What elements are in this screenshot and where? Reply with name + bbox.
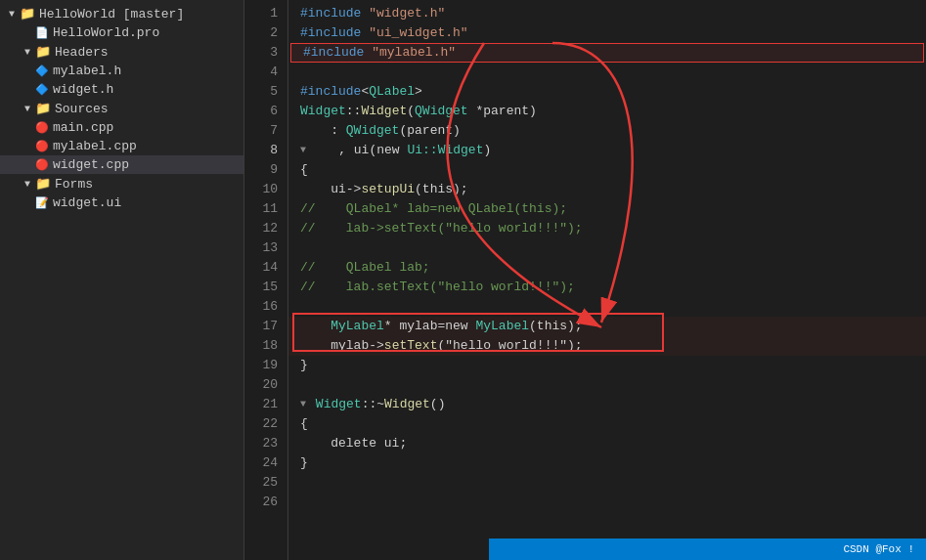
widget-h-label: widget.h (53, 82, 243, 97)
cpp-file-icon-1: 🔴 (35, 121, 49, 134)
ln-6: 6 (244, 102, 287, 121)
headers-folder-icon: 📁 (35, 44, 51, 60)
sidebar: ▼ 📁 HelloWorld [master] 📄 HelloWorld.pro… (0, 0, 244, 560)
ln-21: 21 (244, 395, 287, 414)
code-line-16 (288, 297, 926, 317)
ln-2: 2 (244, 23, 287, 43)
code-line-8: ▼ , ui(new Ui::Widget) (288, 141, 926, 160)
code-line-23: delete ui; (288, 434, 926, 453)
h-file-icon-1: 🔷 (35, 65, 49, 77)
tree-item-headers[interactable]: ▼ 📁 Headers (0, 42, 243, 62)
code-line-26 (288, 493, 926, 512)
code-line-5: #include<QLabel> (288, 82, 926, 102)
ln-20: 20 (244, 375, 287, 395)
forms-label: Forms (55, 177, 243, 192)
tree-item-widget-ui[interactable]: 📝 widget.ui (0, 194, 243, 212)
ln-4: 4 (244, 63, 287, 82)
cpp-file-icon-2: 🔴 (35, 140, 49, 152)
ln-5: 5 (244, 82, 287, 102)
code-line-18: mylab->setText("hello world!!!"); (288, 336, 926, 356)
tree-item-pro[interactable]: 📄 HelloWorld.pro (0, 23, 243, 42)
ln-14: 14 (244, 258, 287, 278)
ln-22: 22 (244, 414, 287, 434)
sources-folder-icon: 📁 (35, 101, 51, 116)
code-line-7: : QWidget(parent) (288, 121, 926, 141)
expand-arrow-headers: ▼ (20, 47, 35, 58)
ln-13: 13 (244, 238, 287, 258)
code-line-25 (288, 473, 926, 493)
tree-item-mylabel-h[interactable]: 🔷 mylabel.h (0, 62, 243, 80)
sources-label: Sources (55, 102, 243, 116)
ln-17: 17 (244, 317, 287, 336)
code-area: 1 2 3 4 5 6 7 8 9 10 11 12 13 14 15 16 1… (244, 0, 926, 560)
code-line-10: ui->setupUi(this); (288, 180, 926, 199)
code-line-22: { (288, 414, 926, 434)
fold-arrow-8: ▼ (300, 141, 306, 160)
code-line-20 (288, 375, 926, 395)
ln-11: 11 (244, 199, 287, 219)
ln-3: 3 (244, 43, 287, 63)
ln-26: 26 (244, 493, 287, 512)
h-file-icon-2: 🔷 (35, 83, 49, 96)
status-bar: CSDN @Fox ! (489, 538, 926, 560)
tree-item-sources[interactable]: ▼ 📁 Sources (0, 99, 243, 118)
ln-16: 16 (244, 297, 287, 317)
project-icon: 📁 (20, 6, 35, 22)
mylabel-cpp-label: mylabel.cpp (53, 139, 243, 153)
cpp-file-icon-3: 🔴 (35, 158, 49, 171)
code-line-11: // QLabel* lab=new QLabel(this); (288, 199, 926, 219)
code-line-9: { (288, 160, 926, 180)
mylabel-h-label: mylabel.h (53, 64, 243, 78)
widget-ui-label: widget.ui (53, 195, 243, 210)
project-label: HelloWorld [master] (39, 7, 243, 22)
status-text: CSDN @Fox ! (843, 543, 914, 555)
code-line-1: #include "widget.h" (288, 4, 926, 23)
code-line-14: // QLabel lab; (288, 258, 926, 278)
ln-7: 7 (244, 121, 287, 141)
pro-file-label: HelloWorld.pro (53, 25, 243, 40)
tree-item-widget-cpp[interactable]: 🔴 widget.cpp (0, 155, 243, 174)
widget-cpp-label: widget.cpp (53, 157, 243, 172)
ln-9: 9 (244, 160, 287, 180)
code-editor: 1 2 3 4 5 6 7 8 9 10 11 12 13 14 15 16 1… (244, 0, 926, 560)
fold-arrow-21: ▼ (300, 395, 306, 414)
code-line-17: MyLabel* mylab=new MyLabel(this); (288, 317, 926, 336)
tree-item-project[interactable]: ▼ 📁 HelloWorld [master] (0, 4, 243, 23)
ln-1: 1 (244, 4, 287, 23)
expand-arrow-sources: ▼ (20, 104, 35, 114)
expand-arrow-project: ▼ (4, 9, 20, 20)
code-line-19: } (288, 356, 926, 375)
code-line-2: #include "ui_widget.h" (288, 23, 926, 43)
code-content[interactable]: #include "widget.h" #include "ui_widget.… (288, 0, 926, 560)
ln-15: 15 (244, 278, 287, 297)
code-line-21: ▼ Widget::~Widget() (288, 395, 926, 414)
ln-10: 10 (244, 180, 287, 199)
code-line-13 (288, 238, 926, 258)
tree-item-forms[interactable]: ▼ 📁 Forms (0, 174, 243, 194)
code-line-24: } (288, 453, 926, 473)
ln-8: 8 (244, 141, 287, 160)
tree-item-main-cpp[interactable]: 🔴 main.cpp (0, 118, 243, 137)
tree-item-widget-h[interactable]: 🔷 widget.h (0, 80, 243, 99)
code-line-15: // lab.setText("hello world!!!"); (288, 278, 926, 297)
pro-file-icon: 📄 (35, 26, 49, 39)
tree-item-mylabel-cpp[interactable]: 🔴 mylabel.cpp (0, 137, 243, 155)
code-line-4 (288, 63, 926, 82)
ln-19: 19 (244, 356, 287, 375)
ln-25: 25 (244, 473, 287, 493)
ln-12: 12 (244, 219, 287, 238)
ln-23: 23 (244, 434, 287, 453)
ui-file-icon: 📝 (35, 196, 49, 209)
line-numbers: 1 2 3 4 5 6 7 8 9 10 11 12 13 14 15 16 1… (244, 0, 288, 560)
forms-folder-icon: 📁 (35, 176, 51, 192)
code-line-3: #include "mylabel.h" (290, 43, 924, 63)
ln-18: 18 (244, 336, 287, 356)
ln-24: 24 (244, 453, 287, 473)
file-tree: ▼ 📁 HelloWorld [master] 📄 HelloWorld.pro… (0, 0, 243, 560)
headers-label: Headers (55, 45, 243, 60)
main-cpp-label: main.cpp (53, 120, 243, 135)
code-line-6: Widget::Widget(QWidget *parent) (288, 102, 926, 121)
code-line-12: // lab->setText("hello world!!!"); (288, 219, 926, 238)
expand-arrow-forms: ▼ (20, 179, 35, 190)
